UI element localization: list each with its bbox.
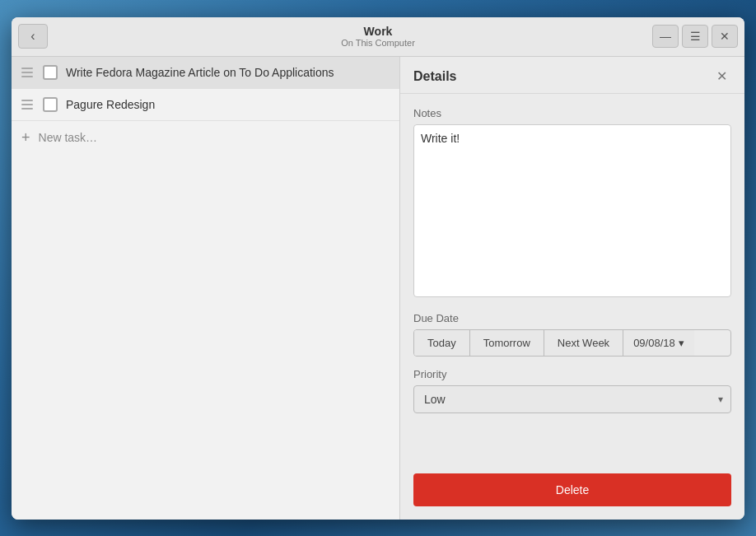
priority-select[interactable]: Low Medium High: [413, 385, 731, 413]
custom-date-value: 09/08/18: [633, 337, 675, 349]
window-subtitle: On This Computer: [341, 38, 415, 48]
notes-section: Notes Write it!: [413, 107, 731, 301]
menu-button[interactable]: ☰: [682, 25, 708, 48]
close-details-button[interactable]: ✕: [712, 67, 731, 86]
priority-label: Priority: [413, 368, 731, 380]
plus-icon: +: [21, 129, 30, 147]
notes-textarea[interactable]: Write it!: [413, 124, 731, 297]
minimize-button[interactable]: —: [652, 25, 679, 48]
task-item[interactable]: Pagure Redesign: [12, 89, 399, 121]
delete-button[interactable]: Delete: [413, 473, 731, 506]
task-text: Pagure Redesign: [66, 98, 390, 111]
details-title: Details: [413, 69, 456, 84]
drag-handle[interactable]: [21, 66, 35, 79]
window-title: Work: [341, 25, 415, 39]
custom-date-button[interactable]: 09/08/18 ▾: [623, 330, 694, 356]
due-date-label: Due Date: [413, 312, 731, 324]
task-item[interactable]: Write Fedora Magazine Article on To Do A…: [12, 57, 399, 89]
back-icon: ‹: [30, 29, 35, 44]
menu-icon: ☰: [690, 30, 701, 43]
main-window: ‹ Work On This Computer — ☰ ✕: [12, 17, 744, 520]
drag-line: [21, 68, 33, 69]
new-task-row[interactable]: + New task…: [12, 121, 399, 155]
tomorrow-button[interactable]: Tomorrow: [470, 330, 544, 356]
today-button[interactable]: Today: [414, 330, 470, 356]
details-panel: Details ✕ Notes Write it! Due Date Today…: [400, 57, 744, 520]
task-checkbox[interactable]: [43, 97, 58, 112]
drag-line: [21, 100, 33, 101]
close-window-icon: ✕: [720, 30, 730, 43]
new-task-label: New task…: [39, 131, 98, 144]
task-checkbox[interactable]: [43, 65, 58, 80]
titlebar-left: ‹: [18, 24, 48, 49]
details-body: Notes Write it! Due Date Today Tomorrow …: [400, 94, 744, 473]
drag-line: [21, 76, 33, 77]
notes-label: Notes: [413, 107, 731, 119]
details-footer: Delete: [400, 473, 744, 520]
titlebar-right: — ☰ ✕: [652, 25, 738, 48]
due-date-section: Due Date Today Tomorrow Next Week 09/08/…: [413, 312, 731, 357]
close-window-button[interactable]: ✕: [712, 25, 738, 48]
date-buttons-group: Today Tomorrow Next Week 09/08/18 ▾: [413, 329, 731, 357]
close-details-icon: ✕: [716, 68, 727, 84]
titlebar-center: Work On This Computer: [341, 25, 415, 49]
dropdown-arrow-icon: ▾: [679, 337, 684, 349]
minimize-icon: —: [660, 30, 671, 43]
back-button[interactable]: ‹: [18, 24, 48, 49]
titlebar: ‹ Work On This Computer — ☰ ✕: [12, 17, 744, 57]
drag-line: [21, 108, 33, 110]
details-header: Details ✕: [400, 57, 744, 94]
priority-section: Priority Low Medium High ▾: [413, 368, 731, 413]
content-area: Write Fedora Magazine Article on To Do A…: [12, 57, 744, 520]
task-list-panel: Write Fedora Magazine Article on To Do A…: [12, 57, 400, 520]
next-week-button[interactable]: Next Week: [544, 330, 623, 356]
priority-select-wrapper: Low Medium High ▾: [413, 385, 731, 413]
drag-handle[interactable]: [21, 98, 35, 111]
task-text: Write Fedora Magazine Article on To Do A…: [66, 66, 390, 79]
drag-line: [21, 104, 33, 105]
drag-line: [21, 72, 33, 73]
